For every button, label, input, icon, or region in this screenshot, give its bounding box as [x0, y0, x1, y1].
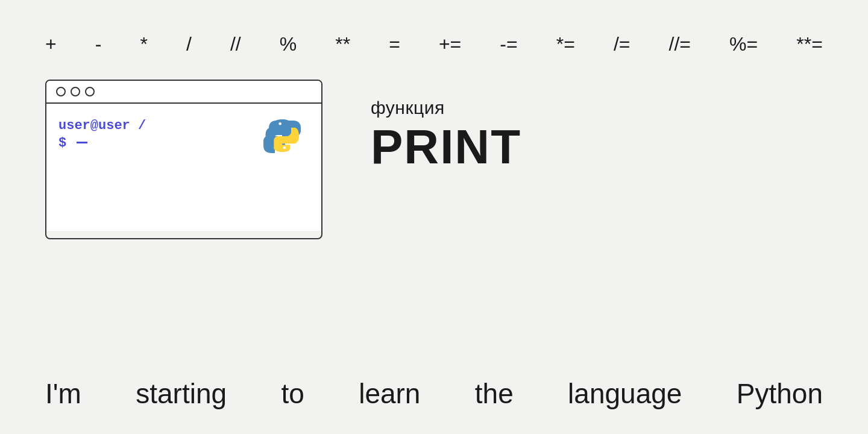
operator-symbol: **: [335, 33, 350, 55]
operator-symbol: =: [389, 33, 400, 55]
sentence-word: learn: [359, 377, 420, 410]
sentence-word: language: [568, 377, 682, 410]
operator-symbol: /: [186, 33, 192, 55]
operator-symbol: +: [45, 33, 57, 55]
operators-row: +-*///%**=+=-=*=/=//=%=**=: [0, 0, 868, 55]
operator-symbol: //: [230, 33, 241, 55]
function-name: PRINT: [371, 123, 521, 171]
operator-symbol: /=: [614, 33, 631, 55]
sentence-word: I'm: [45, 377, 81, 410]
operator-symbol: -=: [500, 33, 517, 55]
terminal-dot-1: [56, 87, 66, 96]
terminal-header: [46, 81, 321, 104]
sentence-word: starting: [136, 377, 227, 410]
sentence-word: the: [475, 377, 514, 410]
operator-symbol: +=: [439, 33, 461, 55]
operator-symbol: *: [140, 33, 147, 55]
terminal-dollar: $: [58, 136, 66, 151]
svg-point-0: [278, 122, 281, 125]
function-info: функция PRINT: [371, 80, 521, 171]
python-logo: [261, 116, 303, 158]
svg-point-1: [283, 146, 286, 149]
terminal-dot-2: [71, 87, 80, 96]
terminal-cursor: [77, 142, 87, 143]
operator-symbol: %: [280, 33, 297, 55]
operator-symbol: -: [95, 33, 102, 55]
operator-symbol: *=: [556, 33, 575, 55]
operator-symbol: **=: [796, 33, 823, 55]
sentence-word: Python: [737, 377, 823, 410]
operator-symbol: //=: [669, 33, 691, 55]
bottom-sentence: I'mstartingtolearnthelanguagePython: [0, 377, 868, 410]
sentence-word: to: [281, 377, 304, 410]
terminal-body: user@user / $: [46, 104, 321, 231]
function-label: функция: [371, 98, 521, 118]
operator-symbol: %=: [729, 33, 758, 55]
terminal-dot-3: [85, 87, 95, 96]
main-content: user@user / $: [0, 55, 868, 239]
terminal-window: user@user / $: [45, 80, 322, 239]
